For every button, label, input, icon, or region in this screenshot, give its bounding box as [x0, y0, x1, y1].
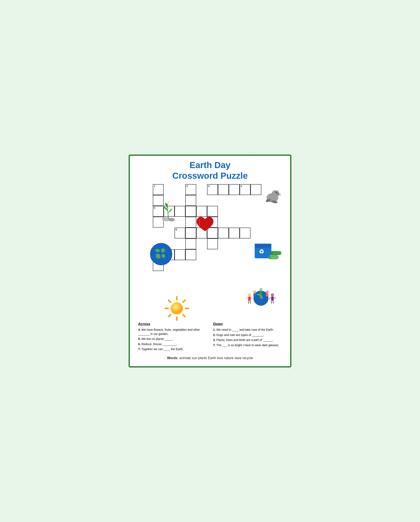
svg-point-47 [271, 293, 274, 297]
cell-5d[interactable] [185, 206, 196, 217]
svg-point-36 [166, 201, 168, 204]
across-clue-4: 4. We have flowers, fruits, vegetables a… [138, 328, 207, 336]
puzzle-area: 1 3 4 2 5 [136, 184, 284, 318]
svg-rect-48 [271, 297, 274, 300]
page: Earth Day Crossword Puzzle 1 3 4 2 [129, 154, 291, 368]
down-clue-3: 3. Plants, trees and birds are a part of… [213, 338, 282, 342]
cell-5e[interactable] [196, 206, 207, 217]
svg-point-57 [260, 288, 262, 291]
cell-6e[interactable] [218, 228, 229, 238]
svg-line-43 [246, 297, 248, 299]
svg-line-9 [183, 300, 185, 302]
down-clue-7: 7. The ___ is so bright I have to wear d… [213, 343, 282, 347]
cell-4e[interactable] [251, 184, 261, 195]
down-clue-1: 1. We need to ____ and take care of the … [213, 328, 282, 332]
svg-line-10 [169, 315, 171, 316]
svg-rect-15 [255, 244, 271, 248]
heart-icon [196, 216, 214, 233]
page-title: Earth Day Crossword Puzzle [136, 160, 284, 181]
svg-point-13 [171, 303, 183, 314]
svg-line-45 [248, 300, 249, 304]
cell-5f[interactable] [207, 206, 218, 217]
down-title: Down [213, 322, 282, 326]
svg-rect-42 [248, 297, 251, 300]
cell-7c[interactable] [175, 249, 185, 260]
cell-4b[interactable] [218, 184, 229, 195]
globe-icon [150, 243, 173, 266]
down-clue-2: 2. Dogs and cats are types of _______. [213, 333, 282, 337]
svg-point-41 [248, 293, 251, 297]
svg-rect-56 [266, 293, 268, 297]
cell-3b[interactable] [185, 195, 196, 206]
cell-3a[interactable]: 3 [185, 184, 196, 195]
svg-line-46 [250, 300, 251, 304]
cell-r5c5[interactable] [207, 238, 218, 249]
svg-rect-58 [260, 291, 262, 294]
down-clues: Down 1. We need to ____ and take care of… [213, 322, 282, 353]
words-label: Words: [167, 356, 178, 360]
across-clues: Across 4. We have flowers, fruits, veget… [138, 322, 207, 353]
svg-point-23 [272, 190, 279, 197]
sun-icon [163, 295, 190, 323]
svg-point-55 [266, 291, 269, 293]
across-clue-6: 6. Reduce, Reuse, ________. [138, 342, 207, 346]
seal-icon [263, 186, 282, 206]
cell-4c[interactable] [229, 184, 240, 195]
svg-point-19 [277, 251, 281, 255]
words-bank: Words: animals sun plants Earth love nat… [136, 356, 284, 360]
svg-line-8 [183, 315, 185, 316]
cell-4a[interactable]: 4 [207, 184, 218, 195]
across-clue-5: 5. We live on planet _____. [138, 337, 207, 341]
cell-r3c3[interactable] [185, 217, 196, 228]
svg-line-49 [269, 297, 271, 299]
svg-point-37 [169, 201, 171, 204]
svg-line-51 [271, 300, 272, 304]
clues-section: Across 4. We have flowers, fruits, veget… [136, 322, 284, 353]
cell-2a[interactable]: 2 [240, 184, 251, 195]
svg-point-33 [168, 218, 175, 221]
plant-icon [160, 201, 179, 223]
svg-rect-18 [270, 252, 273, 254]
svg-rect-21 [268, 256, 271, 259]
svg-line-44 [251, 297, 253, 299]
cell-7d[interactable] [185, 249, 196, 260]
cell-6f[interactable] [229, 228, 240, 238]
cell-1a[interactable]: 1 [153, 184, 164, 195]
cell-r5c3[interactable] [185, 238, 196, 249]
title-line2: Crossword Puzzle [172, 171, 248, 181]
title-line1: Earth Day [190, 160, 230, 170]
svg-point-25 [277, 192, 277, 192]
people-globe-icon [244, 284, 278, 312]
svg-point-38 [168, 201, 169, 203]
cell-6a[interactable]: 6 [175, 228, 185, 238]
svg-point-29 [277, 193, 279, 195]
words-list: animals sun plants Earth love nature sav… [180, 356, 253, 360]
svg-line-50 [274, 297, 276, 299]
svg-text:♻: ♻ [259, 248, 264, 255]
cell-6g[interactable] [240, 228, 251, 238]
cell-6b[interactable] [185, 228, 196, 238]
svg-rect-54 [253, 293, 256, 297]
svg-point-53 [253, 291, 256, 293]
across-clue-7: 7. Together we can ____ the Earth. [138, 347, 207, 351]
svg-line-7 [169, 300, 171, 302]
recycle-bin-icon: ♻ [252, 239, 282, 263]
svg-line-52 [273, 300, 274, 304]
